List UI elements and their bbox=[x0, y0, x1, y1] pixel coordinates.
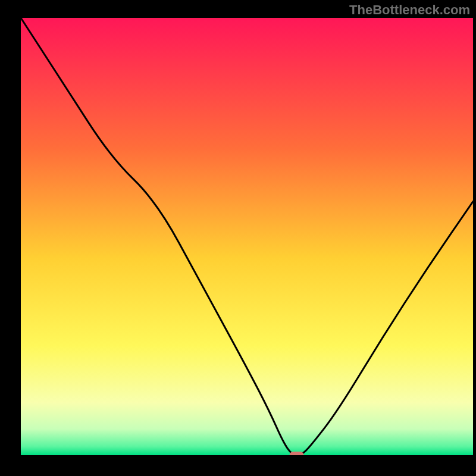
plot-background bbox=[21, 18, 473, 455]
chart-container: TheBottleneck.com bbox=[0, 0, 476, 476]
chart-svg bbox=[0, 0, 476, 476]
frame-right bbox=[473, 0, 476, 476]
watermark-text: TheBottleneck.com bbox=[349, 2, 470, 18]
frame-left bbox=[0, 0, 21, 476]
frame-bottom bbox=[0, 455, 476, 476]
